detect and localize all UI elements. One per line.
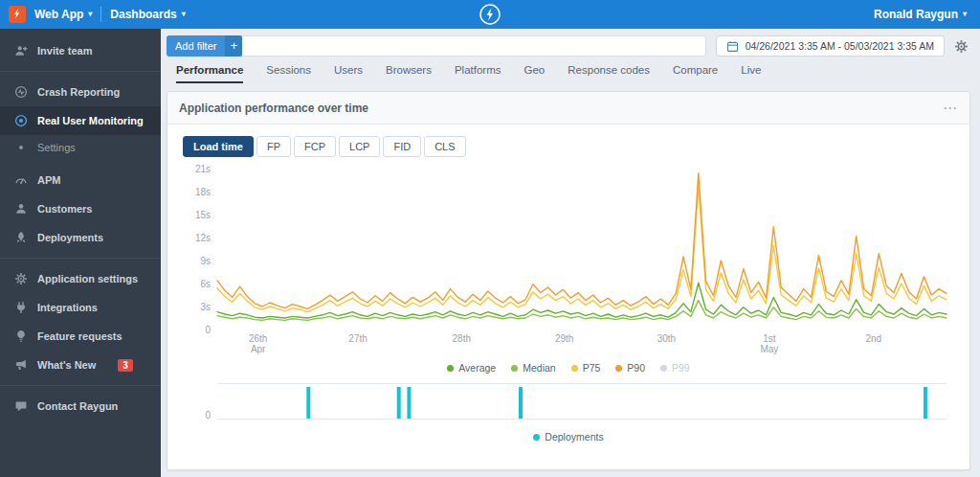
dashboards-label: Dashboards (110, 8, 176, 21)
sidebar-item-label: Real User Monitoring (37, 115, 144, 126)
chip-cls[interactable]: CLS (424, 136, 465, 157)
performance-line-chart: 03s6s9s12s15s18s21s26thApr27th28th29th30… (173, 161, 962, 358)
whats-new-badge: 3 (118, 359, 133, 372)
chevron-down-icon: ▾ (88, 11, 92, 18)
lightbulb-icon (13, 329, 29, 344)
svg-text:26th: 26th (249, 333, 267, 344)
svg-text:27th: 27th (348, 333, 367, 344)
plug-icon (13, 300, 29, 315)
lightning-icon[interactable] (479, 3, 501, 30)
sidebar-item-invite-team[interactable]: Invite team (0, 36, 161, 65)
sidebar-item-customers[interactable]: Customers (0, 194, 161, 223)
sidebar-item-label: Customers (37, 203, 92, 215)
legend-dot (660, 365, 667, 372)
legend-label: Median (523, 362, 555, 374)
topbar-left: Web App ▾ Dashboards ▾ (0, 6, 186, 23)
user-name: Ronald Raygun (874, 8, 958, 21)
legend-average[interactable]: Average (447, 362, 496, 374)
apm-gauge-icon (13, 172, 29, 188)
legend-dot (571, 365, 578, 372)
sidebar-item-apm[interactable]: APM (0, 166, 161, 194)
sidebar-item-crash-reporting[interactable]: Crash Reporting (0, 78, 161, 106)
sidebar-item-label: What's New (37, 359, 96, 371)
legend-label: Deployments (545, 431, 603, 443)
tab-geo[interactable]: Geo (524, 64, 546, 83)
filter-bar[interactable]: Add filter + (167, 35, 706, 57)
svg-text:29th: 29th (555, 333, 573, 344)
raygun-logo[interactable] (9, 6, 26, 23)
sidebar-item-deployments[interactable]: Deployments (0, 223, 161, 252)
tab-compare[interactable]: Compare (673, 64, 718, 83)
tab-response-codes[interactable]: Response codes (568, 64, 650, 83)
date-range-value: 04/26/2021 3:35 AM - 05/03/2021 3:35 AM (746, 40, 934, 52)
sidebar-item-settings[interactable]: Settings (0, 135, 161, 160)
app-window: Web App ▾ Dashboards ▾ Ronald Raygun ▾ I… (0, 0, 980, 477)
deployment-bar[interactable] (519, 387, 523, 419)
sidebar-item-label: Contact Raygun (37, 400, 118, 412)
chip-fid[interactable]: FID (383, 136, 421, 157)
card-menu-button[interactable]: ⋯ (943, 100, 958, 117)
rum-tabs: Performance Sessions Users Browsers Plat… (161, 57, 980, 83)
deployments-area: 0 (167, 374, 969, 423)
deployment-bar[interactable] (397, 387, 401, 419)
raygun-bolt-icon (11, 6, 23, 23)
metric-chips: Load time FP FCP LCP FID CLS (167, 125, 969, 157)
legend-median[interactable]: Median (511, 362, 555, 374)
legend-label: Average (458, 362, 496, 374)
chart-area: 03s6s9s12s15s18s21s26thApr27th28th29th30… (167, 157, 969, 362)
sidebar-item-integrations[interactable]: Integrations (0, 293, 161, 322)
add-filter-button[interactable]: Add filter + (167, 35, 242, 57)
sidebar-divider (0, 385, 161, 386)
tab-browsers[interactable]: Browsers (386, 64, 432, 83)
dashboard-settings-gear-icon[interactable] (954, 39, 969, 54)
sidebar-item-label: Integrations (37, 302, 98, 313)
legend-deployments[interactable]: Deployments (533, 431, 603, 443)
legend-label: P90 (627, 362, 645, 374)
filter-row: Add filter + 04/26/2021 3:35 AM - 05/03/… (161, 29, 980, 57)
chip-lcp[interactable]: LCP (339, 136, 380, 157)
sidebar-item-label: Invite team (37, 45, 92, 57)
dashboards-menu[interactable]: Dashboards ▾ (110, 8, 185, 21)
sidebar-item-label: Feature requests (37, 330, 122, 342)
bullet-icon (13, 140, 29, 155)
svg-text:18s: 18s (195, 187, 211, 197)
chevron-down-icon: ▾ (182, 11, 186, 18)
sidebar-item-label: Settings (37, 142, 76, 153)
sidebar-divider (0, 258, 161, 259)
deployment-bar[interactable] (306, 387, 310, 419)
chip-fcp[interactable]: FCP (294, 136, 336, 157)
sidebar-item-contact-raygun[interactable]: Contact Raygun (0, 392, 161, 420)
sidebar-item-real-user-monitoring[interactable]: Real User Monitoring (0, 106, 161, 135)
legend-p90[interactable]: P90 (615, 362, 645, 374)
legend-p99[interactable]: P99 (660, 362, 690, 374)
tab-performance[interactable]: Performance (176, 64, 243, 83)
topbar-right: Ronald Raygun ▾ (874, 8, 980, 21)
invite-team-icon (13, 43, 29, 58)
sidebar-item-whats-new[interactable]: What's New 3 (0, 351, 161, 379)
deployment-bar[interactable] (407, 387, 411, 419)
main-content: Add filter + 04/26/2021 3:35 AM - 05/03/… (161, 29, 980, 477)
tab-platforms[interactable]: Platforms (455, 64, 501, 83)
legend-label: P99 (672, 362, 690, 374)
tab-live[interactable]: Live (741, 64, 761, 83)
sidebar-item-label: APM (37, 174, 60, 186)
svg-text:28th: 28th (453, 333, 471, 344)
tab-sessions[interactable]: Sessions (266, 64, 311, 83)
deployment-bar[interactable] (924, 387, 927, 419)
sidebar-item-feature-requests[interactable]: Feature requests (0, 322, 161, 351)
tab-users[interactable]: Users (334, 64, 363, 83)
card-title: Application performance over time (179, 102, 368, 115)
legend-p75[interactable]: P75 (571, 362, 601, 374)
sidebar-item-label: Application settings (37, 273, 138, 284)
performance-card: Application performance over time ⋯ Load… (167, 91, 970, 470)
chip-fp[interactable]: FP (256, 136, 291, 157)
topbar: Web App ▾ Dashboards ▾ Ronald Raygun ▾ (0, 0, 980, 29)
sidebar-item-application-settings[interactable]: Application settings (0, 264, 161, 293)
date-range-picker[interactable]: 04/26/2021 3:35 AM - 05/03/2021 3:35 AM (716, 35, 945, 57)
svg-text:0: 0 (205, 325, 211, 335)
deployments-bar-chart: 0 (173, 383, 962, 420)
real-user-monitoring-icon (13, 113, 29, 128)
app-selector[interactable]: Web App ▾ (34, 8, 92, 21)
user-menu[interactable]: Ronald Raygun ▾ (874, 8, 967, 21)
chip-load-time[interactable]: Load time (183, 136, 254, 157)
